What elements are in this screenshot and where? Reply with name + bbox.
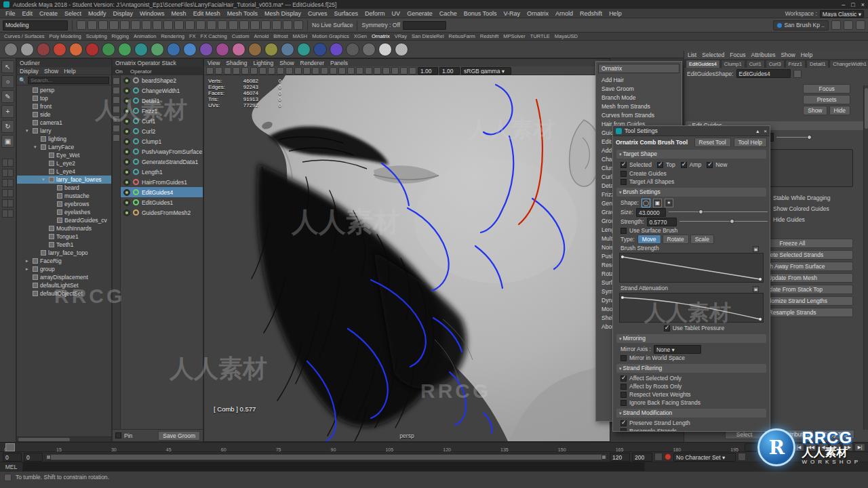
move-tool-icon[interactable]: + <box>1 105 14 118</box>
shelf-icon-11[interactable] <box>167 43 180 56</box>
resolution-gate-icon[interactable] <box>285 67 293 75</box>
menu-item[interactable]: Display <box>113 10 134 17</box>
section-mirroring[interactable]: Mirroring <box>616 334 766 343</box>
gate-mask-icon[interactable] <box>294 67 302 75</box>
stack-delete-icon[interactable] <box>113 134 120 142</box>
select-by-hierarchy-icon[interactable] <box>131 20 140 30</box>
playback-button[interactable]: ▶| <box>854 443 865 451</box>
stack-search-icon[interactable] <box>113 77 120 85</box>
outliner-item[interactable]: Eye_Wet <box>17 151 111 159</box>
brush-shape-custom-icon[interactable]: ✶ <box>665 199 673 207</box>
attribute-editor-menu-item[interactable]: List <box>688 52 696 58</box>
brush-type-button[interactable]: Scale <box>690 235 714 244</box>
strand-modification-checkbox[interactable]: Preserve Strand Length <box>615 419 768 427</box>
operator-enabled-toggle[interactable] <box>123 77 130 84</box>
scale-tool-icon[interactable]: ▣ <box>1 135 14 148</box>
outliner-item[interactable]: front <box>17 102 111 110</box>
select-by-component-icon[interactable] <box>153 20 162 30</box>
outliner-item[interactable]: larry_face_topo <box>17 249 111 257</box>
operator-enabled-toggle[interactable] <box>123 179 130 186</box>
time-slider[interactable]: 0153045607590105120135150165180195 1 |◀◀… <box>0 442 868 451</box>
layout-hypershade-button[interactable] <box>2 199 14 207</box>
anim-layer-icon[interactable] <box>738 453 746 461</box>
viewport-menu-item[interactable]: Shading <box>226 60 247 66</box>
attribute-editor-tab[interactable]: Clump1 <box>721 60 745 68</box>
shelf-tab[interactable]: FX <box>189 33 196 39</box>
exposure-field[interactable]: 1.00 <box>418 67 438 75</box>
shelf-tab[interactable]: Rendering <box>161 33 184 39</box>
strand-filtering-checkbox[interactable]: Ignore Back Facing Strands <box>615 399 768 407</box>
ornatrix-menu-item[interactable]: Save Groom <box>596 84 682 93</box>
operator-stack-row[interactable]: beardShape2 <box>121 75 203 85</box>
shelf-icon-1[interactable] <box>4 43 18 56</box>
expand-arrow-icon[interactable]: ▸ <box>26 266 31 272</box>
operator-stack-row[interactable]: HairFromGuides1 <box>121 177 203 187</box>
ornatrix-menu-title[interactable]: Ornatrix <box>598 64 679 73</box>
shelf-icon-19[interactable] <box>297 43 311 56</box>
render-settings-icon[interactable] <box>294 20 303 30</box>
focus-button[interactable]: Focus <box>803 84 850 94</box>
playback-button[interactable]: ▶▶ <box>842 443 853 451</box>
screen-space-ao-icon[interactable] <box>400 67 408 75</box>
safe-title-icon[interactable] <box>321 67 328 75</box>
tool-help-button[interactable]: Tool Help <box>734 138 767 147</box>
stack-up-icon[interactable] <box>113 106 120 113</box>
attribute-editor-menu-item[interactable]: Attributes <box>751 52 775 58</box>
expand-arrow-icon[interactable]: ▸ <box>26 258 31 264</box>
outliner-item[interactable]: camera1 <box>17 119 111 127</box>
2d-pan-zoom-icon[interactable] <box>250 67 258 75</box>
strand-filtering-checkbox[interactable]: Respect Vertex Weights <box>615 390 768 399</box>
layout-persp-outliner-button[interactable] <box>2 179 14 187</box>
outliner-item[interactable]: top <box>17 94 111 102</box>
tool-settings-titlebar[interactable]: Tool Settings ▴ × <box>613 126 770 136</box>
target-shape-checkbox[interactable]: Amp <box>681 161 701 169</box>
operator-stack-row[interactable]: Length1 <box>121 167 203 177</box>
outliner-item[interactable]: L_eye2 <box>17 159 111 167</box>
operator-stack-row[interactable]: Clump1 <box>121 136 203 146</box>
current-frame-field[interactable]: 1 <box>745 443 773 451</box>
mirror-axis-dropdown[interactable]: None ▾ <box>654 345 701 354</box>
menu-item[interactable]: Help <box>609 10 622 17</box>
hide-button[interactable]: Hide <box>829 106 850 115</box>
shelf-icon-12[interactable] <box>183 43 197 56</box>
shadows-icon[interactable] <box>391 67 399 75</box>
menu-item[interactable]: Ornatrix <box>527 10 549 17</box>
strand-attenuation-curve[interactable]: ▣ <box>619 293 764 323</box>
make-live-icon[interactable] <box>218 20 227 30</box>
operator-enabled-toggle[interactable] <box>123 138 130 145</box>
grid-icon[interactable] <box>268 67 275 75</box>
select-camera-icon[interactable] <box>206 67 214 75</box>
shelf-icon-15[interactable] <box>232 43 245 56</box>
shelf-tab[interactable]: Motion Graphics <box>312 33 349 39</box>
outliner-item[interactable]: ▾ larry <box>17 127 111 135</box>
outliner-item[interactable]: side <box>17 110 111 119</box>
outliner-item[interactable]: mustache <box>17 192 111 200</box>
brush-type-button[interactable]: Rotate <box>663 235 689 244</box>
shelf-tab[interactable]: Arnold <box>254 33 269 39</box>
snap-to-projected-center-icon[interactable] <box>196 20 205 30</box>
range-start-handle[interactable] <box>46 455 51 460</box>
close-window-button[interactable]: × <box>764 128 767 134</box>
stack-down-icon[interactable] <box>113 115 120 123</box>
shelf-icon-4[interactable] <box>53 43 66 56</box>
attribute-editor-tab[interactable]: Detail1 <box>806 60 829 68</box>
stack-duplicate-icon[interactable] <box>113 125 120 132</box>
brush-shape-square-icon[interactable]: ▣ <box>653 199 662 207</box>
operator-stack-row[interactable]: GuidesFromMesh2 <box>121 207 203 218</box>
sidebar-toggle-channel-box-icon[interactable] <box>856 20 865 30</box>
shelf-icon-16[interactable] <box>248 43 262 56</box>
shelf-icon-21[interactable] <box>330 43 343 56</box>
camera-attributes-icon[interactable] <box>224 67 231 75</box>
section-strand-modification[interactable]: Strand Modification <box>616 409 766 418</box>
render-current-frame-icon[interactable] <box>272 20 281 30</box>
menu-item[interactable]: Bonus Tools <box>464 10 497 17</box>
menu-item[interactable]: Select <box>64 10 81 17</box>
ornatrix-menu-item[interactable]: Mesh from Strands <box>596 102 682 110</box>
operator-stack-row[interactable]: GenerateStrandData1 <box>121 157 203 167</box>
attribute-editor-tab[interactable]: EditGuides4 <box>686 60 720 68</box>
target-shape-checkbox[interactable]: Top <box>657 161 675 169</box>
outliner-item[interactable]: beard <box>17 184 111 192</box>
shelf-icon-6[interactable] <box>85 43 99 56</box>
brush-strength-curve[interactable]: ▣ <box>619 253 764 283</box>
snap-to-curve-icon[interactable] <box>174 20 184 30</box>
